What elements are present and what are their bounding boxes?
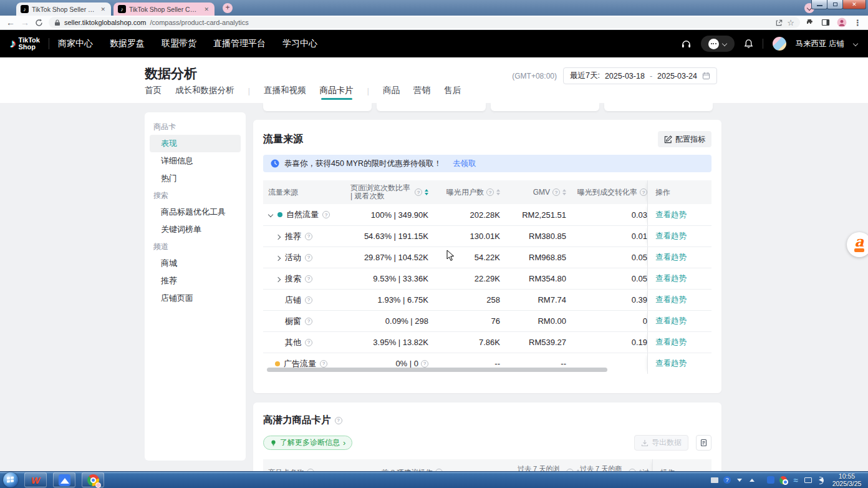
window-controls: ✕ bbox=[812, 0, 866, 9]
view-trend-link[interactable]: 查看趋势 bbox=[655, 316, 687, 326]
nav-item-affiliate[interactable]: 联盟带货 bbox=[162, 38, 196, 49]
tray-show-hidden-icon[interactable] bbox=[750, 479, 755, 482]
tab-marketing[interactable]: 营销 bbox=[413, 85, 430, 100]
sidebar-item-details[interactable]: 详细信息 bbox=[150, 152, 241, 170]
taskbar-app-button[interactable] bbox=[53, 472, 75, 487]
view-trend-link[interactable]: 查看趋势 bbox=[655, 337, 687, 348]
expand-caret-icon[interactable] bbox=[275, 276, 281, 282]
side-panel-icon[interactable] bbox=[821, 18, 830, 27]
tray-app-icon[interactable] bbox=[767, 476, 774, 484]
info-icon[interactable] bbox=[305, 318, 312, 325]
back-icon[interactable]: ← bbox=[6, 18, 15, 27]
expand-caret-icon[interactable] bbox=[275, 255, 281, 261]
tab-product-card[interactable]: 商品卡片 bbox=[320, 85, 354, 100]
tab-products[interactable]: 商品 bbox=[383, 85, 400, 100]
floating-assistant-badge[interactable]: a bbox=[847, 232, 868, 257]
claim-coupon-link[interactable]: 去领取 bbox=[453, 159, 476, 169]
info-icon[interactable] bbox=[415, 188, 422, 196]
view-trend-link[interactable]: 查看趋势 bbox=[655, 231, 687, 242]
tab-after-sales[interactable]: 售后 bbox=[444, 85, 461, 100]
bookmark-star-icon[interactable]: ☆ bbox=[787, 18, 794, 27]
minimize-button[interactable] bbox=[811, 0, 827, 9]
tab-live-video[interactable]: 直播和视频 bbox=[264, 85, 306, 100]
info-icon[interactable] bbox=[421, 360, 428, 368]
expand-caret-icon[interactable] bbox=[275, 233, 281, 240]
chevron-down-icon[interactable] bbox=[854, 42, 858, 46]
sidebar-item-recommend[interactable]: 推荐 bbox=[150, 272, 241, 290]
view-trend-link[interactable]: 查看趋势 bbox=[655, 295, 687, 305]
tray-help-icon[interactable]: ? bbox=[723, 476, 731, 484]
shop-avatar[interactable] bbox=[773, 37, 786, 51]
taskbar-chrome-button[interactable] bbox=[82, 472, 104, 487]
configure-metrics-button[interactable]: 配置指标 bbox=[658, 131, 711, 147]
notification-bell-icon[interactable] bbox=[744, 39, 753, 49]
taskbar-clock[interactable]: 10:55 2025/3/25 bbox=[829, 472, 864, 487]
sidebar-item-keyword-ranking[interactable]: 关键词榜单 bbox=[150, 221, 241, 238]
info-icon[interactable] bbox=[486, 188, 494, 196]
tab-close-icon[interactable]: ✕ bbox=[99, 6, 107, 12]
view-trend-link[interactable]: 查看趋势 bbox=[655, 252, 687, 263]
nav-item-seller-center[interactable]: 商家中心 bbox=[58, 38, 93, 49]
high-potential-table-header: 商品卡名称 前 3 项建议操作 过去 7 天的浏览人数 过去 7 天的商品交易总… bbox=[263, 459, 711, 471]
cvr-cell: 0.05 bbox=[566, 247, 647, 268]
wps-icon: W bbox=[31, 475, 40, 486]
browser-tab-2[interactable]: ♪ TikTok Shop Seller Center | Cr ✕ bbox=[113, 2, 215, 16]
url-bar[interactable]: seller.tiktokglobalshop.com/compass/prod… bbox=[49, 17, 800, 28]
share-icon[interactable] bbox=[775, 19, 783, 27]
traffic-source-name: 推荐 bbox=[285, 231, 301, 242]
headset-icon[interactable] bbox=[681, 39, 692, 49]
tray-tool-icon[interactable] bbox=[711, 477, 718, 483]
tab-home[interactable]: 首页 bbox=[145, 85, 162, 100]
tray-network-icon[interactable] bbox=[804, 477, 812, 483]
info-icon[interactable] bbox=[305, 339, 312, 346]
sidebar-item-title-optimizer[interactable]: 商品标题优化工具 bbox=[150, 203, 241, 221]
tray-chrome-icon[interactable] bbox=[779, 476, 787, 484]
tray-volume-icon[interactable] bbox=[819, 477, 823, 482]
tray-cloud-icon[interactable]: ≈ bbox=[793, 476, 798, 485]
sidebar-item-performance[interactable]: 表现 bbox=[150, 135, 241, 152]
info-icon[interactable] bbox=[305, 275, 312, 283]
shop-name-label[interactable]: 马来西亚 店铺 bbox=[796, 39, 844, 49]
new-tab-button[interactable]: + bbox=[223, 3, 233, 13]
restore-button[interactable] bbox=[827, 0, 843, 9]
export-data-button[interactable]: 导出数据 bbox=[634, 435, 688, 451]
nav-item-learning-center[interactable]: 学习中心 bbox=[282, 38, 317, 49]
tiktok-shop-logo[interactable]: ♪ TikTokShop bbox=[10, 37, 40, 51]
extensions-puzzle-icon[interactable] bbox=[806, 18, 814, 27]
chat-pill-button[interactable] bbox=[701, 36, 735, 52]
nav-item-data-compass[interactable]: 数据罗盘 bbox=[110, 38, 145, 49]
expand-caret-icon[interactable] bbox=[268, 212, 274, 218]
date-range-picker[interactable]: 最近7天: 2025-03-18 - 2025-03-24 bbox=[563, 67, 717, 84]
sidebar-item-trending[interactable]: 热门 bbox=[150, 170, 241, 187]
browser-menu-icon[interactable]: ⋮ bbox=[854, 18, 862, 27]
info-icon[interactable] bbox=[320, 360, 327, 368]
view-trend-link[interactable]: 查看趋势 bbox=[655, 358, 687, 369]
horizontal-scrollbar[interactable] bbox=[267, 368, 607, 372]
sidebar-item-shop-page[interactable]: 店铺页面 bbox=[150, 290, 241, 307]
profile-avatar-icon[interactable] bbox=[837, 17, 847, 27]
taskbar-wps-button[interactable]: W bbox=[24, 472, 47, 487]
tab-close-icon[interactable]: ✕ bbox=[203, 6, 210, 12]
sidebar-item-mall[interactable]: 商城 bbox=[150, 255, 241, 272]
start-button[interactable] bbox=[3, 472, 18, 487]
forward-icon[interactable]: → bbox=[21, 18, 29, 27]
view-trend-link[interactable]: 查看趋势 bbox=[655, 273, 687, 284]
browser-tab-1[interactable]: ♪ TikTok Shop Seller Center | Cr ✕ bbox=[16, 2, 111, 16]
info-icon[interactable] bbox=[305, 233, 312, 240]
traffic-table-row: 自然流量 100% | 349.90K 202.28K RM2,251.51 0… bbox=[263, 204, 711, 225]
tab-growth-analytics[interactable]: 成长和数据分析 bbox=[175, 85, 234, 100]
close-button[interactable]: ✕ bbox=[842, 0, 866, 9]
info-icon[interactable] bbox=[305, 254, 312, 261]
info-icon[interactable] bbox=[335, 417, 342, 424]
info-icon[interactable] bbox=[552, 188, 560, 196]
nav-item-live-platform[interactable]: 直播管理平台 bbox=[213, 38, 266, 49]
report-list-button[interactable] bbox=[696, 435, 711, 451]
reload-icon[interactable] bbox=[35, 19, 43, 27]
tray-small-icon[interactable] bbox=[737, 479, 742, 482]
info-icon[interactable] bbox=[640, 188, 647, 196]
info-icon[interactable] bbox=[322, 211, 330, 218]
diagnosis-info-button[interactable]: 了解更多诊断信息 › bbox=[263, 436, 352, 450]
clock-icon bbox=[271, 159, 279, 168]
info-icon[interactable] bbox=[305, 296, 312, 304]
view-trend-link[interactable]: 查看趋势 bbox=[655, 210, 687, 220]
